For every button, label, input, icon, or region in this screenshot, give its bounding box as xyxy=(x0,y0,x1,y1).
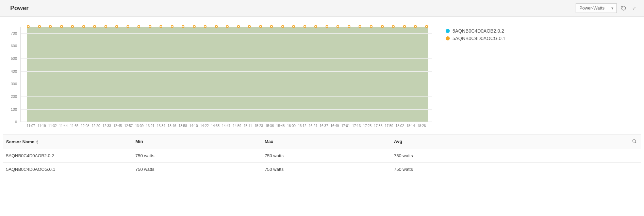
cell-max: 750 watts xyxy=(261,149,391,162)
page-title: Power xyxy=(7,5,29,12)
sensor-table: Sensor Name ▲▼ Min Max Avg 5AQNB0C4D0AOB… xyxy=(3,134,641,176)
x-tick-label: 16:24 xyxy=(309,124,317,128)
x-tick-label: 13:58 xyxy=(179,124,187,128)
data-marker xyxy=(49,25,52,28)
x-tick-label: 13:21 xyxy=(146,124,154,128)
cell-avg: 750 watts xyxy=(391,149,628,162)
data-marker xyxy=(359,25,361,28)
table-header: Sensor Name ▲▼ Min Max Avg xyxy=(3,135,641,149)
y-tick-label: 700 xyxy=(11,31,17,35)
y-tick-label: 300 xyxy=(11,82,17,86)
data-marker xyxy=(215,25,218,28)
x-tick-label: 15:36 xyxy=(265,124,274,128)
table-row[interactable]: 5AQNB0C4D0AOCG.0.1750 watts750 watts750 … xyxy=(3,163,641,176)
data-marker xyxy=(314,25,317,28)
x-tick-label: 12:45 xyxy=(113,124,122,128)
chart-area: 0100200300400500600700 11:0711:1911:3211… xyxy=(3,27,432,128)
data-marker xyxy=(270,25,273,28)
plot-area xyxy=(20,27,432,122)
data-marker xyxy=(115,25,118,28)
x-tick-label: 17:13 xyxy=(352,124,361,128)
y-tick-label: 0 xyxy=(15,120,17,124)
legend-item[interactable]: 5AQNB0C4D0AOCG.0.1 xyxy=(446,36,641,41)
x-tick-label: 17:50 xyxy=(385,124,393,128)
data-marker xyxy=(60,25,63,28)
svg-point-0 xyxy=(633,140,635,142)
data-marker xyxy=(193,25,196,28)
x-tick-label: 15:48 xyxy=(276,124,285,128)
panel-header: Power Power-Watts ▼ xyxy=(0,0,644,17)
data-marker xyxy=(204,25,207,28)
y-axis: 0100200300400500600700 xyxy=(3,27,19,122)
col-header-max[interactable]: Max xyxy=(261,135,391,149)
data-marker xyxy=(226,25,229,28)
grid-line xyxy=(21,58,432,59)
x-tick-label: 16:49 xyxy=(330,124,339,128)
cell-name: 5AQNB0C4D0AOCG.0.1 xyxy=(3,163,132,176)
data-marker xyxy=(127,25,129,28)
col-header-min[interactable]: Min xyxy=(132,135,261,149)
data-marker xyxy=(137,25,140,28)
x-tick-label: 14:59 xyxy=(233,124,241,128)
chart-markers xyxy=(27,25,428,29)
x-tick-label: 16:12 xyxy=(298,124,307,128)
x-tick-label: 12:08 xyxy=(81,124,89,128)
cell-spacer xyxy=(628,163,641,176)
x-tick-label: 17:25 xyxy=(363,124,371,128)
chart-row: 0100200300400500600700 11:0711:1911:3211… xyxy=(0,17,644,131)
cell-avg: 750 watts xyxy=(391,163,628,176)
cell-max: 750 watts xyxy=(261,163,391,176)
data-marker xyxy=(414,25,417,28)
data-marker xyxy=(303,25,306,28)
data-marker xyxy=(425,25,428,28)
svg-line-1 xyxy=(635,142,637,143)
x-tick-label: 11:32 xyxy=(48,124,57,128)
x-tick-label: 14:47 xyxy=(222,124,230,128)
data-marker xyxy=(171,25,174,28)
data-marker xyxy=(182,25,184,28)
data-marker xyxy=(149,25,151,28)
header-controls: Power-Watts ▼ xyxy=(576,3,637,13)
legend-color-dot xyxy=(446,36,450,40)
table-row[interactable]: 5AQNB0C4D0AOB2.0.2750 watts750 watts750 … xyxy=(3,149,641,163)
x-tick-label: 14:35 xyxy=(211,124,219,128)
data-marker xyxy=(292,25,295,28)
x-tick-label: 16:37 xyxy=(319,124,328,128)
data-marker xyxy=(82,25,85,28)
data-marker xyxy=(38,25,41,28)
cell-spacer xyxy=(628,149,641,162)
x-tick-label: 13:34 xyxy=(157,124,165,128)
table-search-button[interactable] xyxy=(628,135,641,149)
refresh-icon[interactable] xyxy=(620,5,627,12)
x-tick-label: 12:33 xyxy=(102,124,111,128)
y-tick-label: 600 xyxy=(11,44,17,48)
x-tick-label: 12:57 xyxy=(124,124,133,128)
chevron-down-icon: ▼ xyxy=(608,6,616,10)
legend-item[interactable]: 5AQNB0C4D0AOB2.0.2 xyxy=(446,28,641,34)
legend-label: 5AQNB0C4D0AOCG.0.1 xyxy=(452,36,506,41)
data-marker xyxy=(281,25,284,28)
metric-select[interactable]: Power-Watts ▼ xyxy=(576,3,617,13)
x-tick-label: 17:38 xyxy=(374,124,382,128)
x-tick-label: 15:23 xyxy=(254,124,263,128)
cell-min: 750 watts xyxy=(132,149,261,162)
col-header-name-label: Sensor Name xyxy=(6,139,34,144)
sort-icon: ▲▼ xyxy=(36,139,39,145)
legend-label: 5AQNB0C4D0AOB2.0.2 xyxy=(452,28,504,34)
chart-area-fill xyxy=(27,27,428,122)
pin-icon[interactable] xyxy=(630,5,637,12)
x-tick-label: 13:09 xyxy=(135,124,144,128)
y-tick-label: 200 xyxy=(11,94,17,98)
grid-line xyxy=(21,33,432,34)
col-header-avg[interactable]: Avg xyxy=(391,135,628,149)
data-marker xyxy=(71,25,74,28)
col-header-name[interactable]: Sensor Name ▲▼ xyxy=(3,135,132,149)
x-tick-label: 11:56 xyxy=(70,124,79,128)
x-tick-label: 11:19 xyxy=(37,124,46,128)
cell-name: 5AQNB0C4D0AOB2.0.2 xyxy=(3,149,132,162)
x-tick-label: 18:14 xyxy=(407,124,415,128)
data-marker xyxy=(93,25,96,28)
data-marker xyxy=(370,25,373,28)
data-marker xyxy=(403,25,406,28)
y-tick-label: 100 xyxy=(11,107,17,111)
